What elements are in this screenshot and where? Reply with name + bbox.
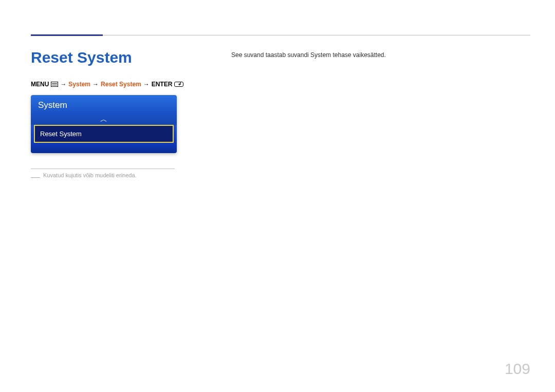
osd-body: Reset System [31,125,177,153]
footnote-text: Kuvatud kujutis võib mudeliti erineda. [43,172,137,178]
chevron-up-icon: ︿ [100,116,107,123]
osd-panel: System ︿ Reset System [31,95,177,153]
right-column: See suvand taastab suvandi System tehase… [231,51,529,59]
breadcrumb: MENU → System → Reset System → ENTER [31,81,529,88]
breadcrumb-enter-label: ENTER [152,81,173,88]
page-number: 109 [505,360,530,378]
breadcrumb-step-reset-system: Reset System [101,81,141,88]
enter-icon [174,82,183,87]
osd-item-reset-system[interactable]: Reset System [34,125,174,143]
footnote: ― Kuvatud kujutis võib mudeliti erineda. [31,172,529,181]
footnote-dash: ― [31,172,40,181]
breadcrumb-arrow: → [92,81,99,88]
top-rule [31,35,530,35]
osd-arrow-row[interactable]: ︿ [31,114,177,125]
osd-title: System [31,95,177,114]
breadcrumb-menu-label: MENU [31,81,49,88]
top-rule-accent [31,34,103,36]
description-text: See suvand taastab suvandi System tehase… [231,51,529,59]
menu-icon [51,82,58,87]
breadcrumb-arrow: → [143,81,150,88]
footnote-rule [31,169,175,169]
breadcrumb-step-system: System [68,81,90,88]
breadcrumb-arrow: → [60,81,66,88]
